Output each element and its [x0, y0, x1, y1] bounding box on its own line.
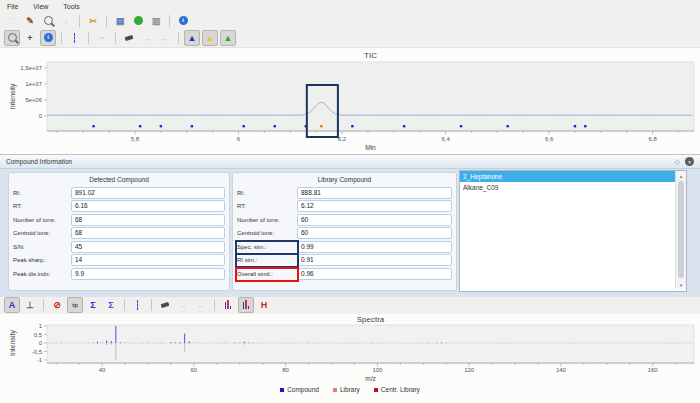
field-value-input[interactable]: 6.12	[297, 200, 452, 212]
field-row: RT:6.12	[237, 201, 452, 213]
field-row: Number of ions:60	[237, 214, 452, 226]
toolbar-separator	[151, 299, 152, 311]
field-row: RI:891.02	[13, 187, 225, 199]
annotate-masses-icon[interactable]: A	[4, 297, 20, 313]
menu-view[interactable]: View	[33, 3, 48, 10]
field-value-input[interactable]: 68	[71, 227, 225, 239]
dotted-line-icon	[137, 300, 139, 310]
sum-spectrum-icon[interactable]: Σ	[85, 297, 101, 313]
zoom-out-icon	[8, 33, 17, 42]
field-value-input[interactable]: 45	[71, 241, 225, 253]
field-row: RT:6.16	[13, 201, 225, 213]
import-icon: ↓	[58, 13, 74, 29]
candidate-item[interactable]: 2_Heptanone	[460, 171, 676, 182]
zoom-icon[interactable]	[40, 13, 56, 29]
dotted-line-icon	[74, 33, 76, 43]
eraser-icon[interactable]	[157, 297, 173, 313]
move-icon[interactable]: +	[22, 30, 38, 46]
field-label: RI:	[13, 190, 71, 196]
cut-icon[interactable]: ✂	[85, 13, 101, 29]
legend-item: Compound	[280, 386, 319, 393]
tic-plot[interactable]: TICIntensity05e+061e+071,5e+075,866,26,4…	[0, 48, 700, 155]
menu-tools[interactable]: Tools	[63, 3, 79, 10]
field-label: RI:	[237, 190, 297, 196]
field-value-input[interactable]: 68	[71, 214, 225, 226]
marker-info-icon[interactable]: i	[40, 30, 56, 46]
field-value-input[interactable]: 891.02	[71, 187, 225, 199]
scroll-thumb[interactable]	[678, 181, 684, 278]
svg-text:6: 6	[237, 136, 241, 142]
svg-text:60: 60	[190, 367, 197, 373]
spectra-mirror-chart[interactable]: SpectraIntensity10,50-0,5-14060801001201…	[0, 314, 700, 403]
field-row: Centroid ions:68	[13, 228, 225, 240]
toolbar-separator	[178, 32, 179, 44]
peaks-green-triangle-icon[interactable]: ▲	[220, 30, 236, 46]
candidate-compound-list[interactable]: 2_HeptanoneAlkane_C09▴▾	[459, 170, 687, 292]
field-label: Spec. sim.:	[237, 244, 297, 250]
field-value-input[interactable]: 0.99	[297, 241, 452, 253]
field-value-input[interactable]: 9.9	[71, 268, 225, 280]
panel-window-icons: ◇×	[670, 157, 694, 166]
peaks-yellow-triangle-icon[interactable]: ▲	[202, 30, 218, 46]
panel-title: Compound Information	[6, 158, 670, 165]
peaks-blue-triangle-icon[interactable]: ▲	[184, 30, 200, 46]
legend-label: Centr. Library	[381, 386, 420, 393]
bars-overlay-icon[interactable]	[238, 297, 254, 313]
float-panel-icon[interactable]: ◇	[675, 158, 680, 166]
svg-text:Intensity: Intensity	[9, 329, 17, 356]
scroll-down-icon[interactable]: ▾	[676, 280, 686, 289]
group-title: Library Compound	[233, 173, 456, 185]
candidate-item[interactable]: Alkane_C09	[460, 182, 676, 193]
edit-tool-icon[interactable]: ✎	[22, 13, 38, 29]
bars-compare-icon[interactable]	[220, 297, 236, 313]
smooth-icon: ~	[94, 30, 110, 46]
sum-subtract-icon[interactable]: Σ	[103, 297, 119, 313]
print-icon[interactable]: ▤	[112, 13, 128, 29]
svg-text:Min: Min	[365, 144, 376, 151]
marker-info-icon: i	[44, 33, 53, 42]
undo-icon: ←	[157, 30, 173, 46]
field-row: Centroid ions:60	[237, 228, 452, 240]
close-panel-icon[interactable]: ×	[685, 157, 694, 166]
field-value-input[interactable]: 0.96	[297, 268, 452, 280]
legend-label: Compound	[287, 386, 319, 393]
head-to-tail-icon[interactable]: H	[256, 297, 272, 313]
svg-text:-1: -1	[37, 357, 43, 363]
tp-icon[interactable]: tp	[67, 297, 83, 313]
save-icon[interactable]: ▥	[148, 13, 164, 29]
field-value-input[interactable]: 60	[297, 227, 452, 239]
dotted-line-icon[interactable]	[67, 30, 83, 46]
dotted-line-icon[interactable]	[130, 297, 146, 313]
field-label: Centroid ions:	[13, 230, 71, 236]
prev-spectrum-icon: ←	[193, 297, 209, 313]
zoom-out-icon[interactable]	[4, 30, 20, 46]
info-icon[interactable]: i	[175, 13, 191, 29]
field-label: RI sim.:	[237, 257, 297, 263]
field-label: Number of ions:	[13, 217, 71, 223]
eraser-icon	[125, 34, 134, 40]
field-value-input[interactable]: 14	[71, 254, 225, 266]
field-row: Spec. sim.:0.99	[237, 241, 452, 253]
toolbar-separator	[124, 299, 125, 311]
exclude-mass-icon[interactable]: ⊘	[49, 297, 65, 313]
field-value-input[interactable]: 888.81	[297, 187, 452, 199]
process-icon[interactable]	[130, 13, 146, 29]
legend-label: Library	[340, 386, 360, 393]
list-scrollbar[interactable]: ▴▾	[675, 171, 686, 289]
eraser-icon[interactable]	[121, 30, 137, 46]
annotate-baseline-icon[interactable]: ⊥	[22, 297, 38, 313]
svg-text:160: 160	[648, 367, 659, 373]
menu-file[interactable]: File	[7, 3, 18, 10]
field-value-input[interactable]: 60	[297, 214, 452, 226]
field-row: Peak dis.indx:9.9	[13, 268, 225, 280]
svg-text:6,6: 6,6	[545, 136, 554, 142]
field-value-input[interactable]: 0.91	[297, 254, 452, 266]
field-row: Peak sharp.:14	[13, 255, 225, 267]
process-icon	[134, 16, 143, 25]
scroll-up-icon[interactable]: ▴	[676, 171, 686, 180]
tic-chromatogram-chart[interactable]: TICIntensity05e+061e+071,5e+075,866,26,4…	[0, 47, 700, 155]
main-toolbar: □✎↓✂▤▥i	[0, 12, 191, 29]
field-value-input[interactable]: 6.16	[71, 200, 225, 212]
detected-compound-group: Detected CompoundRI:891.02RT:6.16Number …	[8, 172, 230, 291]
toolbar-separator	[79, 15, 80, 27]
